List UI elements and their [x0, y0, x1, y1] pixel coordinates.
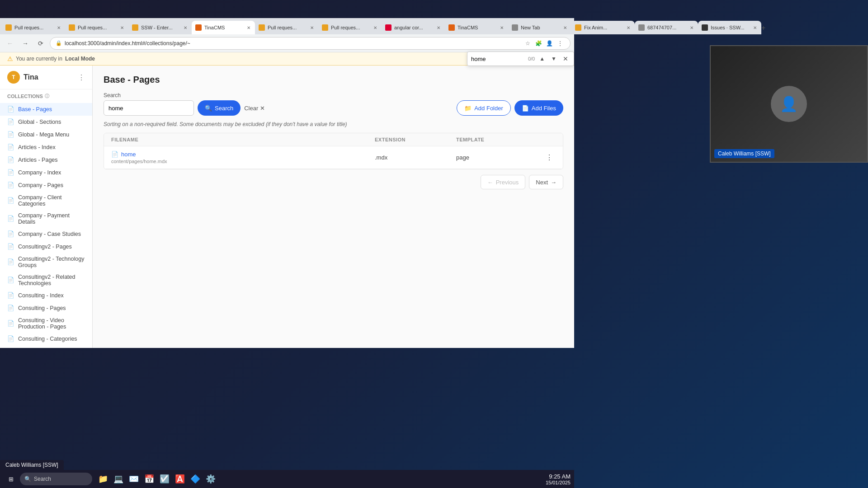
tab-close[interactable]: ✕ — [119, 24, 125, 31]
back-button[interactable]: ← — [4, 37, 16, 50]
sidebar-item-company-client-categories[interactable]: 📄 Company - Client Categories — [0, 192, 92, 210]
forward-button[interactable]: → — [19, 37, 32, 50]
browser-tab-t2[interactable]: Pull reques... ✕ — [65, 21, 128, 34]
browser-search-input[interactable] — [471, 56, 525, 62]
nav-item-label: Company - Client Categories — [18, 194, 85, 207]
search-icon: 🔍 — [205, 105, 212, 112]
search-close-button[interactable]: ✕ — [561, 54, 570, 63]
browser-tab-t12[interactable]: Issues · SSW... ✕ — [698, 21, 761, 34]
clear-button[interactable]: Clear ✕ — [244, 100, 265, 116]
search-prev-button[interactable]: ▲ — [538, 55, 547, 63]
tab-favicon — [322, 24, 328, 31]
sidebar-item-consulting-pages[interactable]: 📄 Consulting - Pages — [0, 302, 92, 314]
sidebar-item-base-pages[interactable]: 📄 Base - Pages — [0, 103, 92, 116]
taskbar-app-files[interactable]: 📁 — [96, 472, 110, 486]
extension-icon[interactable]: 🧩 — [534, 39, 543, 48]
new-tab-button[interactable]: + — [761, 22, 765, 34]
browser-tab-t5[interactable]: Pull reques... ✕ — [255, 21, 318, 34]
file-icon: 📄 — [111, 151, 118, 158]
sidebar-item-consulting-video-pages[interactable]: 📄 Consulting - Video Production - Pages — [0, 314, 92, 333]
previous-button[interactable]: ← Previous — [481, 175, 526, 189]
browser-tab-t1[interactable]: Pull reques... ✕ — [2, 21, 65, 34]
sidebar-item-company-case-studies[interactable]: 📄 Company - Case Studies — [0, 228, 92, 240]
sidebar-item-company-payment-details[interactable]: 📄 Company - Payment Details — [0, 210, 92, 228]
tab-close[interactable]: ✕ — [752, 24, 758, 31]
url-bar[interactable]: 🔒 localhost:3000/admin/index.html#/colle… — [50, 37, 571, 50]
warning-icon: ⚠ — [7, 55, 13, 62]
file-link[interactable]: home — [121, 151, 136, 158]
taskbar-app-calendar[interactable]: 📅 — [142, 472, 156, 486]
add-folder-button[interactable]: 📁 Add Folder — [457, 100, 511, 116]
add-files-button[interactable]: 📄 Add Files — [514, 100, 563, 116]
browser-tab-t3[interactable]: SSW - Enter... ✕ — [128, 21, 192, 34]
search-next-button[interactable]: ▼ — [549, 55, 558, 63]
sidebar-item-company-index[interactable]: 📄 Company - Index — [0, 166, 92, 179]
taskbar-app-settings[interactable]: ⚙️ — [203, 472, 218, 486]
nav-item-icon: 📄 — [7, 169, 14, 176]
col-header-filename: FILENAME — [111, 137, 375, 142]
sidebar-item-company-pages[interactable]: 📄 Company - Pages — [0, 179, 92, 192]
profile-icon[interactable]: 👤 — [545, 39, 554, 48]
browser-tab-t11[interactable]: 687474707... ✕ — [635, 21, 698, 34]
tab-close[interactable]: ✕ — [436, 24, 441, 31]
tab-close[interactable]: ✕ — [246, 24, 251, 31]
tab-close[interactable]: ✕ — [183, 24, 188, 31]
star-icon[interactable]: ☆ — [523, 39, 532, 48]
browser-tab-t8[interactable]: TinaCMS ✕ — [445, 21, 508, 34]
sidebar-item-global-sections[interactable]: 📄 Global - Sections — [0, 116, 92, 128]
search-row: 🔍 Search Clear ✕ 📁 Add Folder 📄 — [104, 100, 563, 116]
sidebar-menu-button[interactable]: ⋮ — [78, 73, 85, 82]
sidebar-item-consultingv2-tech-groups[interactable]: 📄 Consultingv2 - Technology Groups — [0, 253, 92, 271]
taskbar-clock: 9:25 AM 15/01/2025 — [546, 473, 571, 485]
reload-button[interactable]: ⟳ — [34, 37, 47, 50]
nav-item-icon: 📄 — [7, 156, 14, 164]
tab-close[interactable]: ✕ — [499, 24, 505, 31]
nav-item-icon: 📄 — [7, 106, 14, 113]
sidebar-item-consultingv2-related-tech[interactable]: 📄 Consultingv2 - Related Technologies — [0, 271, 92, 289]
nav-item-icon: 📄 — [7, 258, 14, 266]
browser-tab-t4[interactable]: TinaCMS ✕ — [192, 21, 255, 34]
browser-tab-t7[interactable]: angular cor... ✕ — [382, 21, 445, 34]
taskbar-app-mail[interactable]: ✉️ — [127, 472, 141, 486]
tab-close[interactable]: ✕ — [626, 24, 631, 31]
tab-favicon — [385, 24, 392, 31]
search-button[interactable]: 🔍 Search — [198, 100, 241, 116]
next-button[interactable]: Next → — [529, 175, 563, 189]
tab-close[interactable]: ✕ — [309, 24, 315, 31]
row-menu-button[interactable]: ⋮ — [543, 152, 556, 163]
tab-favicon — [702, 24, 708, 31]
sidebar-item-consultingv2-pages[interactable]: 📄 Consultingv2 - Pages — [0, 240, 92, 253]
sidebar-nav: 📄 Base - Pages 📄 Global - Sections 📄 Glo… — [0, 101, 92, 348]
start-button[interactable]: ⊞ — [4, 472, 18, 486]
search-input[interactable] — [104, 100, 194, 116]
extension-cell: .mdx — [375, 154, 456, 161]
tab-close[interactable]: ✕ — [689, 24, 694, 31]
main-content: Base - Pages Search 🔍 Search Clear ✕ — [93, 66, 574, 348]
tab-close[interactable]: ✕ — [373, 24, 378, 31]
sidebar-item-consulting-tags[interactable]: 📄 Consulting - Tags — [0, 345, 92, 348]
nav-item-icon: 📄 — [7, 144, 14, 151]
sidebar-item-global-mega-menu[interactable]: 📄 Global - Mega Menu — [0, 128, 92, 141]
sidebar-item-articles-pages[interactable]: 📄 Articles - Pages — [0, 154, 92, 166]
tab-close[interactable]: ✕ — [56, 24, 61, 31]
taskbar-app-angular[interactable]: 🅰️ — [173, 472, 187, 486]
tab-title: TinaCMS — [204, 25, 243, 30]
taskbar-app-ssw[interactable]: 🔷 — [188, 472, 203, 486]
browser-tab-t10[interactable]: Fix Anim... ✕ — [571, 21, 635, 34]
browser-tab-t9[interactable]: New Tab ✕ — [508, 21, 571, 34]
webcam-name-badge: Caleb Williams [SSW] — [714, 149, 774, 158]
browser-search-popup: 0/0 ▲ ▼ ✕ — [467, 52, 574, 66]
tab-close[interactable]: ✕ — [562, 24, 568, 31]
info-icon: ⓘ — [45, 93, 49, 99]
taskbar-app-terminal[interactable]: 💻 — [111, 472, 126, 486]
file-name-cell: 📄 home content/pages/home.mdx — [111, 151, 375, 164]
sidebar-item-consulting-categories[interactable]: 📄 Consulting - Categories — [0, 333, 92, 345]
sidebar-item-articles-index[interactable]: 📄 Articles - Index — [0, 141, 92, 154]
taskbar-search[interactable]: 🔍 Search — [20, 473, 92, 485]
nav-item-icon: 📄 — [7, 215, 14, 222]
sidebar-item-consulting-index[interactable]: 📄 Consulting - Index — [0, 289, 92, 302]
menu-dots-icon[interactable]: ⋮ — [556, 39, 565, 48]
taskbar-app-tasks[interactable]: ☑️ — [157, 472, 172, 486]
file-add-icon: 📄 — [522, 105, 529, 112]
browser-tab-t6[interactable]: Pull reques... ✕ — [318, 21, 382, 34]
